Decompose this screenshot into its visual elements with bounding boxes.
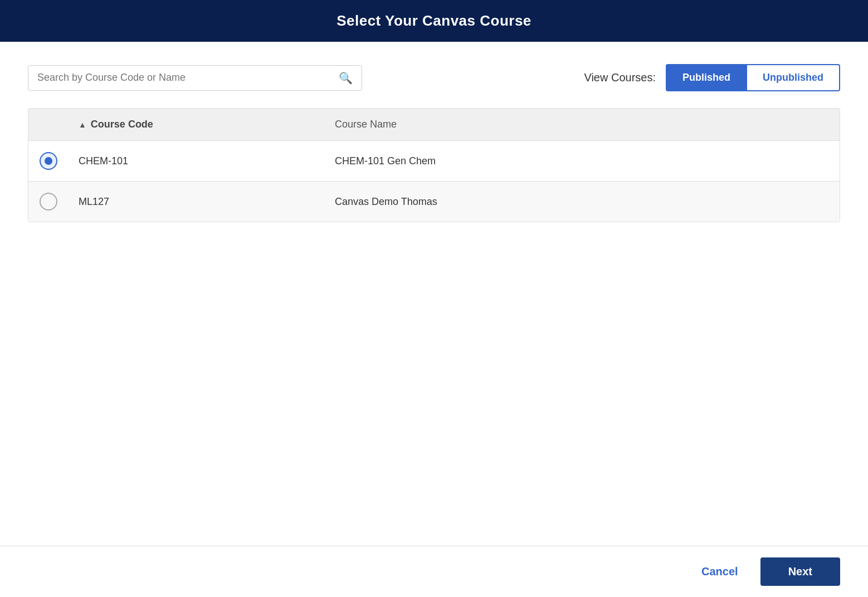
page-title: Select Your Canvas Course [337, 12, 531, 29]
radio-dot [45, 157, 52, 165]
cancel-button[interactable]: Cancel [690, 559, 749, 585]
view-courses-label: View Courses: [584, 71, 656, 84]
radio-button-row-1[interactable] [40, 152, 57, 170]
table-header: ▲ Course Code Course Name [28, 109, 840, 141]
view-courses-group: View Courses: Published Unpublished [584, 64, 840, 91]
course-table: ▲ Course Code Course Name CHEM-101 CHEM-… [28, 108, 840, 222]
cell-course-name-2: Canvas Demo Thomas [335, 196, 828, 208]
header: Select Your Canvas Course [0, 0, 868, 42]
table-row[interactable]: CHEM-101 CHEM-101 Gen Chem [28, 141, 840, 182]
unpublished-button[interactable]: Unpublished [746, 64, 840, 91]
table-row[interactable]: ML127 Canvas Demo Thomas [28, 182, 840, 222]
radio-button-row-2[interactable] [40, 193, 57, 211]
cell-course-code-1: CHEM-101 [79, 155, 335, 167]
search-input[interactable] [37, 72, 339, 84]
published-button[interactable]: Published [666, 64, 746, 91]
search-icon: 🔍 [339, 71, 353, 85]
column-header-name: Course Name [335, 119, 828, 130]
sort-icon: ▲ [79, 120, 86, 129]
next-button[interactable]: Next [760, 557, 840, 586]
search-wrapper: 🔍 [28, 65, 362, 91]
column-header-code: ▲ Course Code [79, 119, 335, 130]
footer: Cancel Next [0, 546, 868, 597]
cell-course-name-1: CHEM-101 Gen Chem [335, 155, 828, 167]
cell-course-code-2: ML127 [79, 196, 335, 208]
